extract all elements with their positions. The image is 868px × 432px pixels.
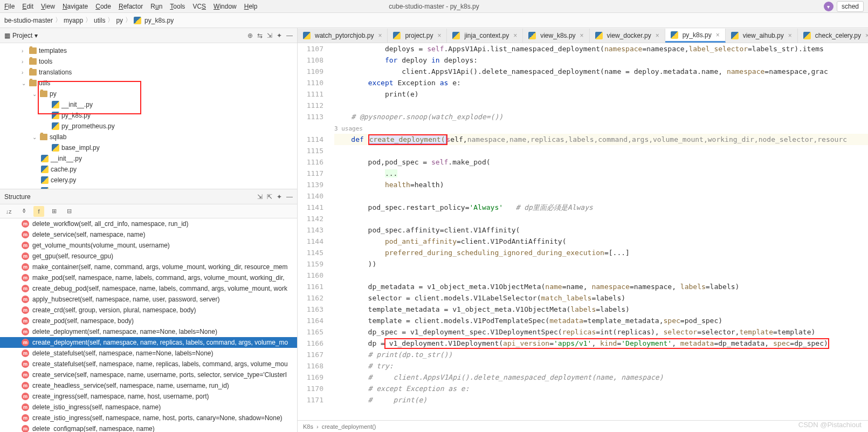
menu-file[interactable]: File: [4, 3, 15, 10]
structure-item[interactable]: mcreate_ingress(self, namespace, name, h…: [0, 391, 297, 402]
structure-item[interactable]: mmake_pod(self, namespace, name, labels,…: [0, 272, 297, 283]
structure-item[interactable]: mdelete_istio_ingress(self, namespace, n…: [0, 402, 297, 413]
crumb-file[interactable]: py_k8s.py: [144, 17, 174, 24]
sched-button[interactable]: sched: [837, 1, 864, 12]
expand-icon[interactable]: ⇱: [267, 193, 272, 201]
structure-item[interactable]: mcreate_statefulset(self, namespace, nam…: [0, 359, 297, 369]
method-icon: m: [22, 339, 29, 346]
tree-core[interactable]: core.py: [0, 186, 297, 189]
hide-icon[interactable]: —: [286, 193, 293, 201]
close-icon[interactable]: ×: [580, 32, 584, 39]
structure-item[interactable]: mdelete_deployment(self, namespace, name…: [0, 326, 297, 337]
menu-view[interactable]: View: [41, 3, 55, 10]
settings-icon[interactable]: ✦: [277, 32, 282, 39]
structure-item[interactable]: mget_gpu(self, resource_gpu): [0, 251, 297, 262]
sort-icon[interactable]: ↓z: [3, 206, 14, 217]
collapse-icon[interactable]: ⇲: [257, 193, 263, 201]
menu-code[interactable]: Code: [95, 3, 111, 10]
tree-py[interactable]: ⌄py: [0, 88, 297, 99]
collapse-icon[interactable]: ⇲: [267, 32, 272, 39]
structure-item[interactable]: mdelete_service(self, namespace, name): [0, 229, 297, 240]
close-icon[interactable]: ×: [378, 32, 382, 39]
menu-vcs[interactable]: VCS: [192, 3, 206, 10]
crumb-1[interactable]: myapp: [64, 17, 83, 24]
python-file-icon: [303, 32, 311, 39]
structure-toolbar: ↓z ⚱ f ⊞ ⊟: [0, 204, 297, 218]
structure-item[interactable]: mcreate_deployment(self, namespace, name…: [0, 337, 297, 348]
project-tree[interactable]: ›templates ›tools ›translations ⌄utils ⌄…: [0, 43, 297, 189]
structure-item[interactable]: mapply_hubsecret(self, namespace, name, …: [0, 294, 297, 305]
user-avatar-icon[interactable]: ▾: [824, 2, 833, 11]
expand-icon[interactable]: ⇆: [257, 32, 263, 39]
structure-item[interactable]: mget_volume_mounts(volume_mount, usernam…: [0, 240, 297, 251]
close-icon[interactable]: ×: [656, 32, 659, 39]
structure-list[interactable]: mdelete_workflow(self, all_crd_info, nam…: [0, 218, 297, 432]
python-file-icon: [803, 32, 811, 39]
tree-init2[interactable]: __init__.py: [0, 153, 297, 164]
crumb-3[interactable]: py: [116, 17, 123, 24]
close-icon[interactable]: ×: [788, 32, 792, 39]
filter-icon[interactable]: ⚱: [18, 206, 29, 217]
menu-tools[interactable]: Tools: [170, 3, 185, 10]
structure-item[interactable]: mcreate_headless_service(self, namespace…: [0, 380, 297, 391]
select-opened-icon[interactable]: ⊕: [247, 32, 253, 39]
crumb-class[interactable]: K8s: [303, 423, 313, 430]
expand-all-icon[interactable]: ⊞: [49, 206, 59, 217]
menu-window[interactable]: Window: [213, 3, 237, 10]
tree-baseimpl[interactable]: base_impl.py: [0, 142, 297, 153]
code-area[interactable]: deploys = self.AppsV1Api.list_namespaced…: [330, 43, 868, 420]
crumb-2[interactable]: utils: [94, 17, 105, 24]
structure-item[interactable]: mdelete_configmap(self, namespace, name): [0, 423, 297, 432]
structure-item[interactable]: mcreate_istio_ingress(self, namespace, n…: [0, 413, 297, 423]
close-icon[interactable]: ×: [513, 32, 517, 39]
tree-templates[interactable]: ›templates: [0, 45, 297, 56]
menu-help[interactable]: Help: [244, 3, 258, 10]
close-icon[interactable]: ×: [865, 32, 868, 39]
tree-pyk8s[interactable]: py_k8s.py: [0, 110, 297, 121]
structure-item[interactable]: mcreate_service(self, namespace, name, u…: [0, 369, 297, 380]
method-icon: m: [22, 382, 29, 389]
tab-view_aihub-py[interactable]: view_aihub.py×: [726, 29, 798, 43]
crumb-root[interactable]: be-studio-master: [4, 17, 53, 24]
structure-item[interactable]: mmake_container(self, name, command, arg…: [0, 262, 297, 272]
method-icon: m: [22, 393, 29, 400]
tab-check_celery-py[interactable]: check_celery.py×: [798, 29, 868, 43]
structure-item[interactable]: mcreate_crd(self, group, version, plural…: [0, 305, 297, 316]
structure-item[interactable]: mdelete_workflow(self, all_crd_info, nam…: [0, 218, 297, 229]
crumb-func[interactable]: create_deployment(): [322, 423, 376, 430]
tree-utils[interactable]: ⌄utils: [0, 78, 297, 88]
collapse-all-icon[interactable]: ⊟: [64, 206, 74, 217]
menu-navigate[interactable]: Navigate: [63, 3, 88, 10]
structure-item[interactable]: mcreate_pod(self, namespace, body): [0, 316, 297, 326]
tab-py_k8s-py[interactable]: py_k8s.py×: [665, 29, 726, 43]
menu-refactor[interactable]: Refactor: [119, 3, 143, 10]
python-file-icon: [528, 32, 536, 39]
tree-init[interactable]: __init__.py: [0, 99, 297, 110]
menu-edit[interactable]: Edit: [22, 3, 33, 10]
menu-run[interactable]: Run: [150, 3, 162, 10]
structure-item[interactable]: mcreate_debug_pod(self, namespace, name,…: [0, 283, 297, 294]
tree-translations[interactable]: ›translations: [0, 67, 297, 78]
dropdown-icon[interactable]: ▾: [35, 32, 38, 39]
tree-tools[interactable]: ›tools: [0, 56, 297, 67]
tree-celery[interactable]: celery.py: [0, 175, 297, 186]
structure-title[interactable]: Structure: [4, 193, 31, 201]
code-editor[interactable]: 1107110811091110111111121113111411151116…: [298, 43, 868, 420]
tree-sqllab[interactable]: ⌄sqllab: [0, 132, 297, 142]
settings-icon[interactable]: ✦: [277, 193, 282, 201]
tree-pyprom[interactable]: py_prometheus.py: [0, 121, 297, 132]
method-icon: m: [22, 371, 29, 379]
hide-icon[interactable]: —: [286, 32, 293, 39]
tree-cache[interactable]: cache.py: [0, 164, 297, 175]
structure-item[interactable]: mdelete_statefulset(self, namespace, nam…: [0, 348, 297, 359]
tab-view_docker-py[interactable]: view_docker.py×: [590, 29, 665, 43]
project-title[interactable]: Project: [12, 32, 32, 39]
close-icon[interactable]: ×: [716, 31, 720, 39]
tab-project-py[interactable]: project.py×: [388, 29, 447, 43]
close-icon[interactable]: ×: [437, 32, 441, 39]
tab-watch_pytorchjob-py[interactable]: watch_pytorchjob.py×: [298, 29, 388, 43]
tab-jinja_context-py[interactable]: jinja_context.py×: [447, 29, 523, 43]
editor-breadcrumb: K8s › create_deployment(): [298, 420, 868, 432]
tab-view_k8s-py[interactable]: view_k8s.py×: [523, 29, 589, 43]
filter-fields-icon[interactable]: f: [33, 206, 44, 217]
